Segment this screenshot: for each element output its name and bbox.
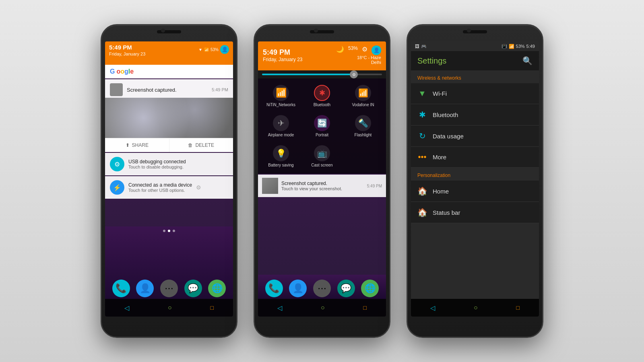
cast-screen-tile[interactable]: 📺 Cast screen: [303, 143, 341, 170]
phone-2: 5:49 PM Friday, January 23 🌙 53% ⚙ 👤 18°…: [254, 24, 390, 338]
bluetooth-tile[interactable]: ✱ Bluetooth: [303, 82, 341, 109]
qs-notif-title: Screenshot captured.: [281, 181, 364, 186]
notif-time: 5:49 PM: [212, 87, 228, 92]
time-status: 5:49: [526, 44, 535, 49]
browser-app-icon[interactable]: 🌐: [208, 280, 226, 297]
messages-app-icon[interactable]: 💬: [184, 280, 202, 297]
notif-screenshot-icon: [110, 83, 123, 96]
weather-temp: 18°C - Haze: [336, 55, 381, 60]
phone3-home-button[interactable]: ○: [474, 304, 478, 311]
apps-icon[interactable]: ⋯: [160, 280, 178, 297]
personalization-section-header: Personalization: [411, 168, 539, 181]
phone2-messages-icon[interactable]: 💬: [337, 280, 355, 297]
wallpaper-area: 📞 👤 ⋯ 💬 🌐: [105, 226, 233, 299]
phone1-nav-bar: ◁ ○ □: [105, 299, 233, 317]
share-icon: ⬆: [126, 142, 130, 148]
settings-search-button[interactable]: 🔍: [522, 56, 533, 66]
phone1-status-bar: 5:49 PM Friday, January 23 ▼ 📶 53% 👤: [105, 41, 233, 65]
brightness-track: ⚙: [262, 74, 382, 75]
brightness-fill: [262, 74, 358, 75]
app-dock: 📞 👤 ⋯ 💬 🌐: [105, 280, 233, 297]
settings-status-bar: 🖼 🎮 📳 📶 53% 5:49: [411, 41, 539, 51]
cast-screen-icon: 📺: [314, 145, 330, 161]
phone2-wallpaper: 📞 👤 ⋯ 💬 🌐: [258, 275, 386, 299]
statusbar-settings-icon: 🏠: [417, 208, 427, 217]
bluetooth-tile-icon: ✱: [314, 85, 330, 101]
usb-media-notification[interactable]: ⚡ Connected as a media device Touch for …: [105, 176, 233, 199]
phone3-back-button[interactable]: ◁: [430, 304, 435, 312]
signal-tile-label: Vodafone IN: [352, 103, 374, 107]
game-status-icon: 🎮: [421, 44, 427, 49]
settings-gear-icon[interactable]: ⚙: [196, 184, 201, 191]
airplane-tile-icon: ✈: [273, 115, 289, 131]
qs-notif-time: 5:49 PM: [367, 184, 382, 188]
qs-weather: 18°C - Haze Delhi: [336, 55, 381, 65]
brightness-thumb: ⚙: [350, 70, 358, 78]
settings-header: Settings 🔍: [411, 51, 539, 70]
recent-button[interactable]: □: [211, 304, 214, 311]
phone3-recent-button[interactable]: □: [516, 304, 520, 311]
signal-tile[interactable]: 📶 Vodafone IN: [344, 82, 382, 109]
qs-screenshot-notification[interactable]: Screenshot captured. Touch to view your …: [258, 175, 386, 197]
wifi-settings-item[interactable]: ▼ Wi-Fi: [411, 83, 539, 104]
wifi-icon: ▼: [198, 47, 202, 52]
more-settings-item[interactable]: ••• More: [411, 147, 539, 168]
phone1-time: 5:49 PM: [109, 44, 145, 51]
phone-app-icon[interactable]: 📞: [112, 280, 130, 297]
home-button[interactable]: ○: [168, 304, 172, 311]
screenshot-status-icon: 🖼: [415, 44, 419, 49]
battery-saving-tile[interactable]: 💡 Battery saving: [262, 143, 300, 170]
phone2-screen: 5:49 PM Friday, January 23 🌙 53% ⚙ 👤 18°…: [258, 41, 386, 317]
airplane-tile[interactable]: ✈ Airplane mode: [262, 113, 300, 140]
wifi-tile[interactable]: 📶 NiTiN_Networks: [262, 82, 300, 109]
google-search-bar[interactable]: G o o g l e: [105, 65, 233, 78]
qs-battery: 53%: [348, 45, 358, 55]
back-button[interactable]: ◁: [124, 304, 129, 312]
share-button[interactable]: ⬆ SHARE: [105, 138, 169, 152]
screenshot-notification[interactable]: Screenshot captured. 5:49 PM ⬆ SHARE 🗑 D…: [105, 79, 233, 152]
usb-media-sub: Touch for other USB options.: [128, 188, 192, 193]
qs-left: 5:49 PM Friday, January 23: [263, 48, 303, 62]
moon-icon: 🌙: [336, 45, 344, 55]
qs-time: 5:49 PM: [263, 48, 303, 57]
bluetooth-settings-label: Bluetooth: [433, 111, 458, 118]
contacts-app-icon[interactable]: 👤: [136, 280, 154, 297]
qs-notif-text: Screenshot captured. Touch to view your …: [281, 181, 364, 191]
battery-saving-label: Battery saving: [268, 163, 293, 167]
portrait-tile[interactable]: 🔄 Portrait: [303, 113, 341, 140]
phone2-apps-icon[interactable]: ⋯: [313, 280, 331, 297]
flashlight-tile[interactable]: 🔦 Flashlight: [344, 113, 382, 140]
phone2-browser-icon[interactable]: 🌐: [361, 280, 379, 297]
qs-user-icon[interactable]: 👤: [372, 45, 381, 55]
phone-1: 5:49 PM Friday, January 23 ▼ 📶 53% 👤 G o…: [101, 24, 237, 338]
statusbar-settings-label: Status bar: [433, 209, 460, 216]
phone2-back-button[interactable]: ◁: [277, 304, 282, 312]
quick-settings-grid: 📶 NiTiN_Networks ✱ Bluetooth 📶 Vodafone …: [258, 78, 386, 174]
brightness-control[interactable]: ⚙: [258, 70, 386, 78]
phone2-recent-button[interactable]: □: [363, 304, 367, 311]
phone2-contacts-icon[interactable]: 👤: [289, 280, 307, 297]
delete-button[interactable]: 🗑 DELETE: [169, 138, 233, 152]
phone2-phone-icon[interactable]: 📞: [265, 280, 283, 297]
portrait-tile-label: Portrait: [316, 133, 328, 137]
data-usage-icon: ↻: [417, 131, 427, 141]
battery-status: 53%: [516, 44, 525, 49]
airplane-tile-label: Airplane mode: [268, 133, 294, 137]
dot-2: [168, 230, 170, 232]
status-left-icons: 🖼 🎮: [415, 44, 427, 49]
statusbar-settings-item[interactable]: 🏠 Status bar: [411, 202, 539, 223]
notif-screenshot-preview: [105, 98, 233, 138]
usb-debug-notification[interactable]: ⚙ USB debugging connected Touch to disab…: [105, 153, 233, 175]
phone2-home-button[interactable]: ○: [321, 304, 325, 311]
phone1-date: Friday, January 23: [109, 51, 145, 56]
data-usage-settings-item[interactable]: ↻ Data usage: [411, 125, 539, 147]
delete-label: DELETE: [195, 142, 214, 148]
phone1-status-icons: ▼ 📶 53% 👤: [198, 45, 229, 54]
bluetooth-settings-item[interactable]: ✱ Bluetooth: [411, 104, 539, 125]
usb-debug-title: USB debugging connected: [128, 159, 186, 165]
delete-icon: 🗑: [188, 142, 193, 148]
qs-settings-icon[interactable]: ⚙: [362, 45, 367, 55]
battery-icon: 53%: [211, 47, 219, 52]
home-settings-item[interactable]: 🏠 Home: [411, 181, 539, 202]
usb-debug-text: USB debugging connected Touch to disable…: [128, 159, 186, 169]
